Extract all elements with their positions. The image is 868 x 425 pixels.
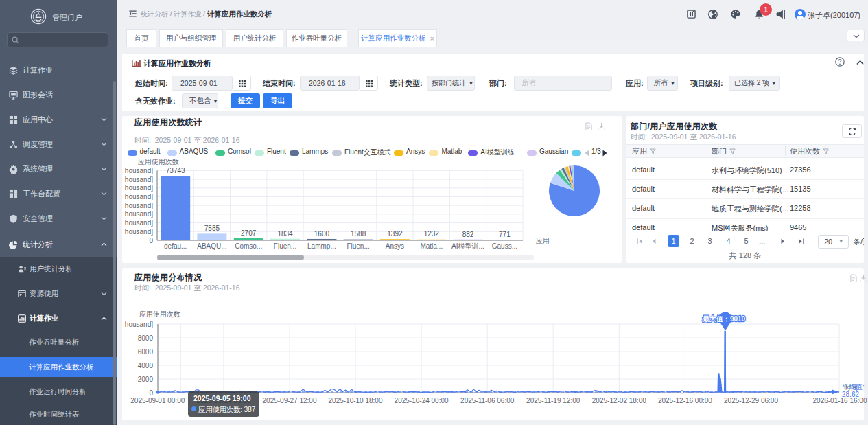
svg-text:2025-11-19 12:00: 2025-11-19 12:00 <box>526 397 580 404</box>
svg-text:defau...: defau... <box>164 242 187 250</box>
svg-text:2025-12-02 18:00: 2025-12-02 18:00 <box>592 397 646 404</box>
svg-text:housand]: housand] <box>125 167 153 174</box>
svg-text:housand]: housand] <box>125 202 153 209</box>
svg-text:73743: 73743 <box>166 167 185 174</box>
svg-text:housand]: housand] <box>125 228 153 236</box>
svg-text:2025-12-16 00:00: 2025-12-16 00:00 <box>658 397 712 404</box>
svg-text:2025-12-29 06:00: 2025-12-29 06:00 <box>724 397 778 404</box>
svg-text:1392: 1392 <box>387 230 403 238</box>
svg-text:housand]: housand] <box>125 176 153 183</box>
svg-text:8000: 8000 <box>138 334 154 342</box>
svg-text:Ansys: Ansys <box>386 242 404 250</box>
svg-text:7585: 7585 <box>204 225 220 232</box>
svg-text:2000: 2000 <box>138 376 154 383</box>
svg-text:housand]: housand] <box>125 210 153 218</box>
svg-text:1232: 1232 <box>424 230 440 238</box>
svg-text:Fluen...: Fluen... <box>274 242 296 250</box>
svg-text:AI模型训...: AI模型训... <box>451 242 484 250</box>
svg-text:ABAQU...: ABAQU... <box>197 242 226 250</box>
svg-text:2025-09-27 12:00: 2025-09-27 12:00 <box>263 397 317 404</box>
svg-text:housand]: housand] <box>125 193 153 200</box>
svg-text:最大值：9010: 最大值：9010 <box>703 315 746 323</box>
svg-text:housand]: housand] <box>125 184 153 192</box>
svg-text:应用: 应用 <box>536 237 550 244</box>
svg-text:housand]: housand] <box>125 219 153 227</box>
svg-text:4000: 4000 <box>138 362 154 369</box>
svg-text:771: 771 <box>499 231 511 238</box>
svg-text:2025-09-01 00:00: 2025-09-01 00:00 <box>130 397 185 404</box>
svg-text:Gauss...: Gauss... <box>492 242 517 250</box>
svg-text:Matla...: Matla... <box>420 242 443 250</box>
svg-text:28.62: 28.62 <box>842 391 859 398</box>
svg-text:Fluen...: Fluen... <box>347 242 369 250</box>
svg-text:2025-11-06 06:00: 2025-11-06 06:00 <box>460 397 515 404</box>
svg-text:应用使用次数: 应用使用次数 <box>139 310 180 318</box>
svg-text:Comso...: Comso... <box>235 242 262 250</box>
svg-text:2707: 2707 <box>241 229 257 237</box>
svg-text:应用使用次数: 应用使用次数 <box>138 158 179 165</box>
svg-text:2025-10-10 18:00: 2025-10-10 18:00 <box>329 397 383 404</box>
svg-text:Lammp...: Lammp... <box>307 242 336 250</box>
svg-text:平均值:: 平均值: <box>842 383 865 391</box>
svg-text:1588: 1588 <box>351 230 366 238</box>
svg-text:0: 0 <box>149 237 153 244</box>
svg-text:882: 882 <box>462 231 474 238</box>
svg-text:2025-10-24 00:00: 2025-10-24 00:00 <box>395 397 449 404</box>
svg-text:housand]: housand] <box>125 321 153 328</box>
svg-text:0: 0 <box>149 389 153 397</box>
svg-text:1600: 1600 <box>314 230 330 238</box>
svg-text:1834: 1834 <box>277 230 293 238</box>
svg-text:6000: 6000 <box>138 348 154 356</box>
